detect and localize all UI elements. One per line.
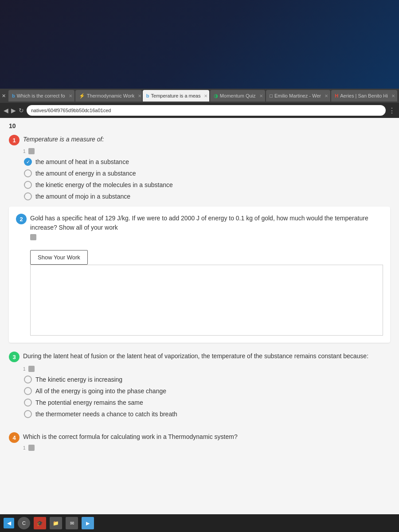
q1-badge: 1: [9, 135, 20, 145]
tab-5[interactable]: □ Emilio Martinez - Wer ✕: [266, 90, 330, 102]
q1-option-2[interactable]: the amount of energy in a substance: [24, 169, 390, 177]
tab4-close[interactable]: ✕: [259, 94, 263, 98]
address-bar: ◀ ▶ ↻ ⋮: [0, 103, 399, 118]
q3-option-1-text: The kinetic energy is increasing: [35, 376, 122, 383]
tab1-close[interactable]: ✕: [69, 94, 72, 98]
taskbar-icon-2[interactable]: 🎓: [34, 517, 46, 529]
forward-button[interactable]: ▶: [11, 107, 16, 114]
taskbar-icon-3[interactable]: 📁: [50, 517, 62, 529]
q3-meta: 1: [23, 366, 390, 372]
q1-checkmark: ✓: [24, 158, 32, 166]
q3-meta-icon: [28, 366, 35, 372]
tab5-icon: □: [270, 93, 273, 98]
page-number: 10: [9, 122, 390, 129]
q3-text: During the latent heat of fusion or the …: [23, 352, 368, 361]
work-input-area[interactable]: [30, 265, 383, 336]
tab-1[interactable]: b Which is the correct fo ✕: [8, 90, 74, 102]
q3-radio-1[interactable]: [24, 376, 32, 383]
back-button[interactable]: ◀: [4, 107, 8, 114]
q1-option-3-text: the kinetic energy of the molecules in a…: [35, 181, 173, 188]
q4-meta: 1: [23, 445, 390, 451]
q4-meta-icon: [28, 445, 35, 451]
tab-6[interactable]: H Aeries | San Benito Hi ✕: [331, 90, 397, 102]
page-content: 10 1 Temperature is a measure of: 1 ✓ th…: [0, 118, 399, 517]
q3-option-2[interactable]: All of the energy is going into the phas…: [24, 387, 390, 395]
taskbar-icon-1[interactable]: C: [18, 517, 30, 529]
q2-text: Gold has a specific heat of 129 J/kg. If…: [30, 214, 383, 232]
tab3-close[interactable]: ✕: [204, 94, 207, 98]
q1-option-4[interactable]: the amount of mojo in a substance: [24, 192, 390, 200]
q3-meta-num: 1: [23, 367, 26, 372]
q1-radio-2[interactable]: [24, 169, 32, 177]
question-2-card: 2 Gold has a specific heat of 129 J/kg. …: [9, 207, 390, 343]
tab2-icon: ⚡: [79, 93, 85, 99]
taskbar-start[interactable]: ◀: [4, 518, 14, 528]
q3-option-4-text: the thermometer needs a chance to catch …: [35, 411, 177, 418]
tab1-label: Which is the correct fo: [17, 93, 65, 98]
q3-radio-2[interactable]: [24, 387, 32, 395]
browser-close-x[interactable]: ✕: [2, 93, 6, 99]
tab-3[interactable]: b Temperature is a meas ✕: [143, 90, 209, 102]
taskbar: ◀ C 🎓 📁 ✉ ▶: [0, 514, 399, 532]
question-3-section: 3 During the latent heat of fusion or th…: [9, 348, 390, 425]
tab5-close[interactable]: ✕: [325, 94, 328, 98]
desktop-background: [0, 0, 399, 89]
q1-option-4-text: the amount of mojo in a substance: [35, 193, 130, 200]
tab6-icon: H: [335, 93, 338, 98]
q4-meta-num: 1: [23, 446, 26, 450]
browser-chrome: ✕ b Which is the correct fo ✕ ⚡ Thermody…: [0, 89, 399, 118]
q1-radio-3[interactable]: [24, 181, 32, 189]
q1-option-3[interactable]: the kinetic energy of the molecules in a…: [24, 181, 390, 189]
q1-option-1[interactable]: ✓ the amount of heat in a substance: [24, 158, 390, 166]
tab1-icon: b: [12, 93, 15, 98]
settings-icon[interactable]: ⋮: [388, 106, 395, 115]
q4-text: Which is the correct formula for calcula…: [23, 432, 238, 442]
q2-badge: 2: [16, 214, 27, 224]
q3-option-4[interactable]: the thermometer needs a chance to catch …: [24, 410, 390, 418]
tab4-icon: ◑: [214, 93, 218, 99]
q3-option-2-text: All of the energy is going into the phas…: [35, 387, 166, 395]
tab3-icon: b: [146, 93, 149, 98]
q1-option-2-text: the amount of energy in a substance: [35, 170, 136, 177]
q3-badge: 3: [9, 352, 20, 362]
q1-radio-4[interactable]: [24, 192, 32, 200]
q2-meta-icon: [30, 234, 36, 240]
q3-options: The kinetic energy is increasing All of …: [24, 376, 390, 418]
tab2-label: Thermodynamic Work: [87, 93, 134, 98]
tab-2[interactable]: ⚡ Thermodynamic Work ✕: [75, 90, 142, 102]
q4-badge: 4: [9, 432, 20, 443]
question-1-section: 1 Temperature is a measure of: 1 ✓ the a…: [9, 131, 390, 200]
q1-meta-num: 1: [23, 149, 26, 154]
q1-meta-icon: [28, 148, 35, 154]
tab-4[interactable]: ◑ Momentum Quiz ✕: [210, 90, 266, 102]
q3-option-1[interactable]: The kinetic energy is increasing: [24, 376, 390, 383]
refresh-button[interactable]: ↻: [19, 107, 24, 114]
q1-options: ✓ the amount of heat in a substance the …: [24, 158, 390, 200]
q2-meta: [30, 234, 383, 240]
tab4-label: Momentum Quiz: [220, 93, 256, 98]
q1-option-1-text: the amount of heat in a substance: [35, 158, 129, 165]
show-work-button[interactable]: Show Your Work: [30, 250, 88, 265]
tab3-label: Temperature is a meas: [151, 93, 201, 98]
question-4-section: 4 Which is the correct formula for calcu…: [9, 425, 390, 451]
quiz-container: 10 1 Temperature is a measure of: 1 ✓ th…: [0, 118, 399, 460]
q3-radio-3[interactable]: [24, 399, 32, 407]
taskbar-icon-5[interactable]: ▶: [82, 517, 94, 529]
q2-work-area: Show Your Work: [30, 245, 383, 336]
tab6-close[interactable]: ✕: [391, 94, 395, 98]
q1-meta-row: 1: [23, 148, 390, 154]
q3-option-3[interactable]: The potential energy remains the same: [24, 399, 390, 407]
taskbar-icon-4[interactable]: ✉: [66, 517, 78, 529]
q3-option-3-text: The potential energy remains the same: [35, 399, 143, 406]
q4-number: 4: [12, 434, 16, 441]
q3-radio-4[interactable]: [24, 410, 32, 418]
tab2-close[interactable]: ✕: [138, 94, 141, 98]
q1-text: Temperature is a measure of:: [23, 135, 104, 144]
tab5-label: Emilio Martinez - Wer: [274, 93, 321, 98]
q2-number: 2: [20, 216, 23, 223]
tab-bar: ✕ b Which is the correct fo ✕ ⚡ Thermody…: [0, 89, 399, 103]
q3-number: 3: [12, 354, 16, 360]
tab6-label: Aeries | San Benito Hi: [340, 93, 387, 98]
address-input[interactable]: [27, 105, 386, 116]
